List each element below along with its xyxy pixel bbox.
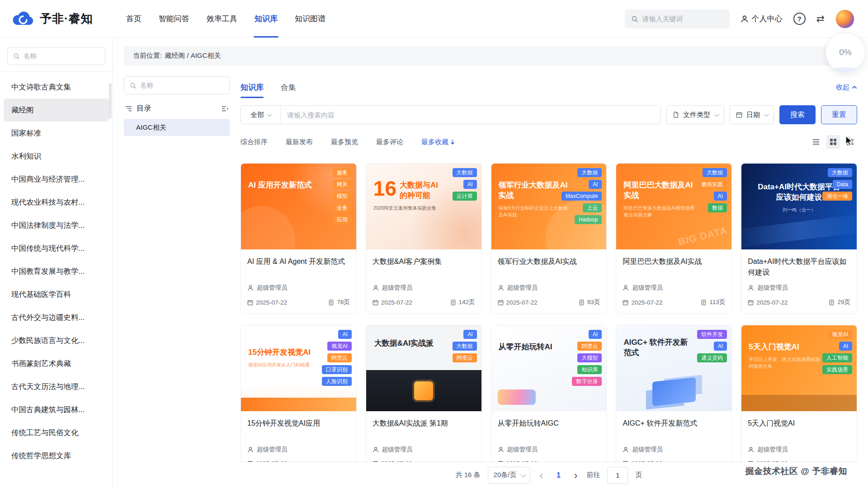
nav-item[interactable]: 首页 (118, 0, 150, 38)
avatar[interactable] (835, 9, 854, 28)
cover-tag: 模型 (333, 192, 352, 201)
cover-tag: 阿里云 (453, 353, 477, 362)
sidebar-item[interactable]: 传统哲学思想文库 (4, 444, 109, 467)
card-pages: 113页 (701, 298, 725, 306)
global-search[interactable] (625, 9, 730, 28)
sidebar-item[interactable]: 中国商业与经济管理... (4, 168, 109, 191)
sidebar-item[interactable]: 少数民族语言与文化... (4, 329, 109, 352)
nav-item[interactable]: 智能问答 (150, 0, 198, 38)
sort-item[interactable]: 综合排序 (241, 138, 268, 146)
calendar-icon (373, 300, 378, 305)
sidebar-search-input[interactable] (24, 52, 99, 60)
sidebar-search[interactable] (7, 47, 105, 65)
tab[interactable]: 合集 (281, 76, 296, 98)
search-icon (13, 53, 20, 60)
brand[interactable]: 予非·睿知 (12, 11, 118, 27)
cover-tag: AI (338, 330, 351, 339)
sort-item[interactable]: 最多收藏 (421, 138, 454, 146)
tab[interactable]: 知识库 (241, 76, 264, 98)
knowledge-card[interactable]: 阿里巴巴大数据及AI实战 阿里巴巴集体大数据及AI典型场景最佳实践全解 BIG … (616, 163, 732, 314)
sidebar-item[interactable]: 中文诗歌古典文集 (4, 75, 109, 99)
catalog-list: AIGC相关 (124, 119, 230, 136)
main-nav: 首页 智能问答 效率工具 知识库 知识图谱 (118, 0, 334, 38)
nav-item-label: 智能问答 (159, 14, 189, 24)
progress-widget[interactable]: 0% (826, 33, 865, 72)
sidebar-item-label: 藏经阁 (11, 105, 34, 115)
sidebar-item[interactable]: 古代天文历法与地理... (4, 375, 109, 398)
catalog-search[interactable] (124, 76, 230, 94)
knowledge-card[interactable]: AIGC+ 软件开发新范式 软件开发AI通义灵码 AIGC+ 软件开发新范式 超… (616, 325, 732, 476)
user-center-label: 个人中心 (752, 14, 783, 24)
sidebar-item[interactable]: 中国传统与现代科学... (4, 237, 109, 260)
chevron-down-icon (764, 112, 769, 117)
sort-item[interactable]: 最多评论 (376, 138, 403, 146)
collapse-all-icon[interactable] (221, 105, 229, 113)
knowledge-card[interactable]: 从零开始玩转AI AI阿里云大模型知识库数字分身 从零开始玩转AIGC 超级管理… (491, 325, 607, 476)
sidebar-item[interactable]: 现代农业科技与农村... (4, 191, 109, 214)
cover-tag: 通义灵码 (697, 353, 727, 362)
card-cover: AI 应用开发新范式 服务网关模型业务应用 (241, 164, 356, 249)
sidebar-item[interactable]: 中国法律制度与法学... (4, 214, 109, 237)
nav-item[interactable]: 知识库 (246, 0, 286, 38)
knowledge-card[interactable]: 大数据&AI实战派 AI大数据阿里云 大数据&AI实战派 第1期 超级管理员 2… (366, 325, 482, 476)
cover-tag: 大数据 (453, 342, 477, 351)
card-author-row: 超级管理员 (741, 443, 857, 456)
help-icon[interactable] (793, 13, 806, 25)
view-grid-icon[interactable] (826, 135, 840, 149)
card-foot: 2025-07-22 142页 (366, 295, 481, 306)
person-icon (748, 446, 754, 453)
user-center-link[interactable]: 个人中心 (741, 14, 783, 24)
cover-title: AI 应用开发新范式 (248, 180, 320, 190)
card-title: 大数据&AI实战派 第1期 (366, 411, 481, 443)
sidebar-item[interactable]: 中国教育发展与教学... (4, 260, 109, 283)
cover-tag: 视觉AI (327, 342, 351, 351)
content-search-input[interactable] (281, 106, 660, 124)
knowledge-card[interactable]: 领军行业大数据及AI实战 体验9大行业标杆企业云上大数据及AI实践 大数据AIM… (491, 163, 607, 314)
date-label: 日期 (746, 111, 760, 119)
person-icon (741, 15, 749, 23)
current-page[interactable]: 1 (552, 471, 565, 479)
cover-sub: 体验9大行业标杆企业云上大数据及AI实践 (499, 205, 571, 218)
sidebar-item[interactable]: 藏经阁 (4, 99, 109, 122)
sidebar-item[interactable]: 水利知识 (4, 145, 109, 168)
nav-item[interactable]: 知识图谱 (286, 0, 334, 38)
catalog-search-input[interactable] (140, 82, 224, 89)
sidebar-item[interactable]: 国家标准 (4, 122, 109, 145)
reset-button[interactable]: 重置 (821, 105, 857, 124)
cover-big-number: 16 (373, 180, 396, 197)
collapse-toggle[interactable]: 收起 (836, 83, 857, 92)
breadcrumb-path: 藏经阁 / AIGC相关 (165, 52, 221, 60)
sidebar-item[interactable]: 中国古典建筑与园林... (4, 398, 109, 421)
card-author-row: 超级管理员 (741, 281, 857, 295)
page-size-select[interactable]: 20条/页 (488, 467, 531, 484)
catalog-item[interactable]: AIGC相关 (124, 119, 230, 136)
scope-select[interactable]: 全部 (241, 106, 281, 124)
global-search-input[interactable] (642, 15, 723, 23)
cover-tag: 大模型 (577, 353, 602, 362)
sidebar-item[interactable]: 传统工艺与民俗文化 (4, 421, 109, 444)
view-card-icon[interactable] (844, 135, 857, 149)
sidebar-item[interactable]: 书画篆刻艺术典藏 (4, 352, 109, 375)
knowledge-card[interactable]: AI 应用开发新范式 服务网关模型业务应用 AI 应用 & AI Agent 开… (241, 163, 357, 314)
date-select[interactable]: 日期 (730, 105, 774, 124)
knowledge-card[interactable]: 16 大数据与AI的种可能 2020阿里云案例集体实践合集 大数据AI云计算 大… (366, 163, 482, 314)
sidebar-item[interactable]: 古代外交与边疆史料... (4, 306, 109, 329)
view-list-icon[interactable] (809, 135, 823, 149)
nav-item[interactable]: 效率工具 (198, 0, 246, 38)
switch-icon[interactable] (816, 13, 825, 25)
card-author: 超级管理员 (632, 446, 663, 454)
knowledge-card[interactable]: 5天入门视觉AI 开启云上开发，两大实践场景赋能AI视觉任务 视觉AIAI人工智… (741, 325, 857, 476)
search-button[interactable]: 搜索 (779, 105, 816, 124)
sidebar-item-label: 少数民族语言与文化... (11, 336, 85, 346)
next-page-button[interactable] (572, 470, 579, 481)
sort-item[interactable]: 最多预览 (331, 138, 358, 146)
file-type-select[interactable]: 文件类型 (666, 105, 724, 124)
knowledge-card[interactable]: Data+AI时代大数据平台应该如何建设 刘一鸣（合一） 大数据Data湖仓一体… (741, 163, 857, 314)
knowledge-card[interactable]: 15分钟开发视觉AI 视觉AI应用开发从入门到精通 AI视觉AI阿里云口罩识别人… (241, 325, 357, 476)
sidebar-item[interactable]: 现代基础医学百科 (4, 283, 109, 306)
prev-page-button[interactable] (538, 470, 545, 481)
sort-item[interactable]: 最新发布 (286, 138, 313, 146)
cards-grid: AI 应用开发新范式 服务网关模型业务应用 AI 应用 & AI Agent 开… (241, 163, 857, 476)
scrollbar-thumb[interactable] (109, 83, 112, 118)
goto-page-input[interactable] (607, 467, 628, 484)
